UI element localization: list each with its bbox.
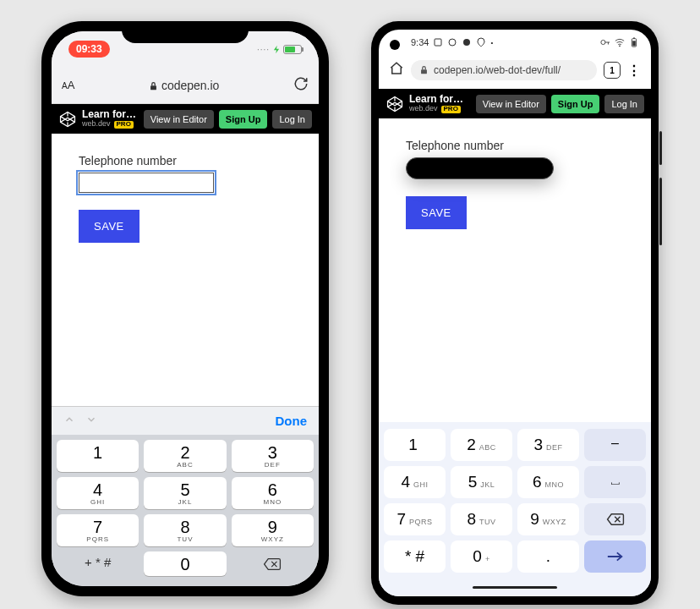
svg-rect-1 [435, 39, 441, 46]
key-backspace[interactable] [584, 503, 646, 535]
pro-badge: PRO [114, 121, 134, 129]
chrome-url-bar: codepen.io/web-dot-dev/full/ 1 ⋮ [379, 55, 651, 89]
key-6[interactable]: 6MNO [517, 466, 579, 498]
location-icon [476, 37, 486, 47]
key-7[interactable]: 7PQRS [57, 514, 139, 546]
signup-button[interactable]: Sign Up [219, 110, 268, 129]
svg-rect-8 [632, 41, 635, 46]
key-5[interactable]: 5JKL [144, 477, 226, 509]
telephone-input[interactable] [79, 173, 214, 193]
refresh-button[interactable] [293, 76, 309, 95]
key-go[interactable] [584, 540, 646, 573]
url-pill[interactable]: codepen.io/web-dot-dev/full/ [411, 60, 597, 80]
keyboard-done-button[interactable]: Done [276, 414, 308, 428]
key-6[interactable]: 6MNO [232, 477, 314, 509]
save-button[interactable]: SAVE [406, 196, 467, 229]
key-3[interactable]: 3DEF [517, 429, 579, 461]
more-menu-button[interactable]: ⋮ [627, 63, 641, 79]
key-backspace[interactable] [232, 551, 314, 576]
svg-point-5 [619, 45, 621, 47]
android-keyboard: 1 2ABC 3DEF – 4GHI 5JKL 6MNO ⎵ 7PQRS 8TU… [379, 422, 651, 578]
iphone-notch [122, 21, 249, 43]
key-space[interactable]: ⎵ [584, 466, 646, 498]
codepen-title-block: Learn forms – virt… web.dev PRO [409, 94, 471, 113]
android-status-bar: 9:34 • [379, 30, 651, 55]
iphone-screen: 09:33 ···· AA codepen.io Learn forms – v… [52, 31, 319, 586]
key-8[interactable]: 8TUV [451, 503, 512, 535]
pen-author: web.dev [82, 120, 111, 129]
battery-icon [283, 45, 302, 54]
page-content: Telephone number SAVE [379, 118, 651, 422]
key-3[interactable]: 3DEF [232, 440, 314, 472]
text-size-button[interactable]: AA [62, 79, 74, 91]
key-9[interactable]: 9WXYZ [232, 514, 314, 546]
page-content: Telephone number SAVE [52, 134, 319, 406]
status-right [600, 37, 639, 47]
ios-status-time: 09:33 [68, 41, 110, 58]
android-nav-bar[interactable] [379, 578, 651, 596]
key-period[interactable]: . [517, 540, 579, 573]
key-symbols[interactable]: + * # [57, 551, 139, 576]
battery-icon [629, 37, 639, 47]
status-left: 9:34 • [411, 37, 493, 47]
notif-icon-3 [462, 37, 472, 47]
svg-point-4 [601, 40, 605, 44]
status-dot: • [490, 39, 493, 47]
home-button[interactable] [389, 61, 404, 80]
ios-keyboard: 1 2ABC 3DEF 4GHI 5JKL 6MNO 7PQRS 8TUV 9W… [52, 435, 319, 586]
key-0[interactable]: 0+ [451, 540, 512, 573]
codepen-title-block: Learn forms – virt… web.dev PRO [82, 109, 139, 129]
backspace-icon [263, 557, 282, 571]
view-in-editor-button[interactable]: View in Editor [144, 110, 214, 129]
key-4[interactable]: 4GHI [57, 477, 139, 509]
prev-field-button[interactable] [63, 414, 75, 428]
key-2[interactable]: 2ABC [144, 440, 226, 472]
key-7[interactable]: 7PQRS [384, 503, 446, 535]
save-button[interactable]: SAVE [79, 210, 139, 243]
telephone-label: Telephone number [406, 139, 624, 152]
chevron-down-icon [85, 414, 97, 425]
key-dash[interactable]: – [584, 429, 646, 461]
key-star-hash[interactable]: * # [384, 540, 446, 573]
key-9[interactable]: 9WXYZ [517, 503, 579, 535]
chevron-up-icon [63, 414, 75, 425]
notif-icon [433, 37, 443, 47]
volume-button [659, 178, 662, 245]
signup-button[interactable]: Sign Up [551, 95, 600, 113]
telephone-label: Telephone number [79, 154, 292, 167]
key-1[interactable]: 1 [384, 429, 446, 461]
key-2[interactable]: 2ABC [451, 429, 512, 461]
codepen-header: Learn forms – virt… web.dev PRO View in … [52, 104, 319, 134]
login-button[interactable]: Log In [272, 110, 312, 129]
telephone-input[interactable] [406, 157, 554, 179]
keyboard-toolbar: Done [52, 406, 319, 435]
pen-author-row: web.dev PRO [409, 105, 471, 113]
url-display[interactable]: codepen.io [83, 79, 285, 92]
cellular-dots-icon: ···· [257, 45, 270, 54]
pen-author-row: web.dev PRO [82, 120, 139, 129]
codepen-header: Learn forms – virt… web.dev PRO View in … [379, 89, 651, 118]
view-in-editor-button[interactable]: View in Editor [476, 95, 546, 113]
android-frame: 9:34 • codepen.io/web-dot-dev/full/ 1 [371, 21, 659, 605]
svg-point-2 [449, 39, 456, 46]
charging-icon [272, 45, 281, 54]
key-4[interactable]: 4GHI [384, 466, 446, 498]
home-icon [389, 61, 404, 76]
svg-point-3 [463, 39, 470, 46]
backspace-icon [606, 513, 625, 526]
wifi-icon [615, 37, 625, 47]
key-0[interactable]: 0 [144, 551, 226, 576]
form-nav-arrows [63, 414, 97, 428]
notif-icon-2 [447, 37, 457, 47]
login-button[interactable]: Log In [604, 95, 644, 113]
svg-rect-0 [150, 85, 156, 90]
svg-rect-9 [421, 69, 427, 74]
side-button [659, 131, 662, 165]
key-8[interactable]: 8TUV [144, 514, 226, 546]
next-field-button[interactable] [85, 414, 97, 428]
arrow-right-icon [606, 551, 625, 562]
key-5[interactable]: 5JKL [451, 466, 512, 498]
key-1[interactable]: 1 [57, 440, 139, 472]
tabs-button[interactable]: 1 [604, 62, 621, 79]
android-status-time: 9:34 [411, 37, 429, 47]
